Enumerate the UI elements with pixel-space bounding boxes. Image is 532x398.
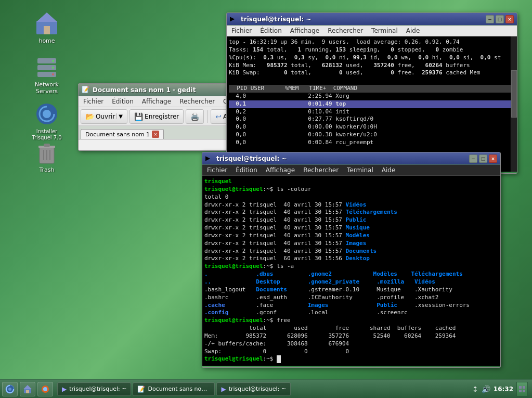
- menu-aide[interactable]: Aide: [405, 27, 422, 35]
- taskbar-apps: ▶ trisquel@trisquel: ~ 📝 Document sans n…: [55, 382, 468, 396]
- menu-aide[interactable]: Aide: [380, 166, 397, 174]
- svg-rect-13: [44, 144, 50, 147]
- menu-rechercher[interactable]: Rechercher: [178, 97, 216, 106]
- home-icon[interactable]: home: [26, 10, 68, 44]
- term-line: trisquel@trisquel:~$ ls -a: [204, 263, 498, 271]
- term-line: drwxr-xr-x 2 trisquel 40 avril 30 15:57 …: [204, 209, 498, 216]
- taskbar: ▶ trisquel@trisquel: ~ 📝 Document sans n…: [0, 379, 532, 398]
- trash-icon[interactable]: Trash: [26, 139, 68, 173]
- menu-affichage[interactable]: Affichage: [140, 97, 173, 106]
- bottom-terminal-content: trisquel trisquel@trisquel:~$ ls -colour…: [202, 176, 500, 366]
- term-line: total used free shared buffers cached: [204, 325, 498, 332]
- save-button[interactable]: 💾 Enregistrer: [129, 109, 184, 124]
- term-line: .bashrc .esd_auth .ICEauthority .profile…: [204, 294, 498, 302]
- term-line: drwxr-xr-x 2 trisquel 40 avril 30 15:57 …: [204, 224, 498, 232]
- tab-close-button[interactable]: ×: [152, 131, 159, 138]
- open-button[interactable]: 📂 Ouvrir ▼: [81, 109, 127, 124]
- taskbar-left: [0, 382, 55, 396]
- menu-affichage[interactable]: Affichage: [264, 166, 296, 174]
- term-line: [229, 77, 515, 85]
- close-button[interactable]: ×: [505, 15, 514, 23]
- menu-terminal[interactable]: Terminal: [345, 166, 375, 174]
- menu-affichage[interactable]: Affichage: [289, 27, 321, 35]
- term-line: PID USER %MEM TIME+ COMMAND: [229, 85, 515, 93]
- taskbar-right: ↕ 🔊 16:32: [468, 382, 532, 396]
- term-line: .config .gconf .local .screenrc: [204, 309, 498, 317]
- network-servers-icon[interactable]: Network Servers: [26, 54, 68, 95]
- bottom-terminal-titlebar[interactable]: ▶ trisquel@trisquel: ~ − □ ×: [202, 152, 500, 165]
- term-line: Mem: 985372 628096 357276 52540 60264 25…: [204, 332, 498, 340]
- term-line: Tasks: 154 total, 1 running, 153 sleepin…: [229, 46, 515, 54]
- menu-fichier[interactable]: Fichier: [205, 166, 229, 174]
- svg-marker-1: [36, 12, 57, 22]
- term-line: trisquel@trisquel:~$ ls -colour: [204, 186, 498, 194]
- term-line: trisquel@trisquel:~$ free: [204, 317, 498, 325]
- svg-rect-27: [523, 390, 525, 392]
- top-terminal-content: top - 16:32:19 up 36 min, 9 users, load …: [227, 36, 517, 172]
- svg-marker-20: [23, 385, 32, 389]
- maximize-button[interactable]: □: [496, 15, 504, 23]
- taskbar-browser-button[interactable]: [37, 382, 53, 396]
- document-tab[interactable]: Document sans nom 1 ×: [81, 129, 164, 139]
- svg-point-18: [8, 388, 11, 391]
- bottom-terminal-menubar: Fichier Édition Affichage Rechercher Ter…: [202, 165, 500, 176]
- top-terminal-titlebar[interactable]: ▶ trisquel@trisquel: ~ − □ ×: [227, 13, 517, 25]
- menu-rechercher[interactable]: Rechercher: [326, 27, 365, 35]
- term-line: 0,1 0:01.49 top: [229, 100, 515, 108]
- svg-rect-2: [44, 26, 50, 34]
- term-line: drwxr-xr-x 2 trisquel 40 avril 30 15:57 …: [204, 232, 498, 240]
- term-line: 0,2 0:10.04 init: [229, 108, 515, 116]
- svg-point-23: [43, 387, 47, 391]
- menu-terminal[interactable]: Terminal: [370, 27, 399, 35]
- terminal-menubar: Fichier Édition Affichage Rechercher Ter…: [227, 25, 517, 36]
- start-button[interactable]: [2, 382, 18, 396]
- term-line: total 0: [204, 194, 498, 201]
- term-line: trisquel@trisquel:~$: [204, 355, 498, 363]
- session-button[interactable]: [516, 382, 528, 396]
- network-tray-icon[interactable]: ↕: [472, 385, 478, 393]
- term-line: .. Desktop .gnome2_private .mozilla Vidé…: [204, 278, 498, 286]
- term-line: drwxr-xr-x 2 trisquel 40 avril 30 15:57 …: [204, 216, 498, 224]
- taskbar-app-terminal1[interactable]: ▶ trisquel@trisquel: ~: [57, 382, 131, 396]
- term-line: trisquel: [204, 178, 498, 186]
- menu-edition[interactable]: Édition: [258, 27, 283, 35]
- gedit-icon: 📝: [82, 86, 90, 94]
- menu-edition[interactable]: Édition: [110, 97, 135, 106]
- menu-rechercher[interactable]: Rechercher: [302, 166, 340, 174]
- term-line: KiB Swap: 0 total, 0 used, 0 free. 25937…: [229, 69, 515, 77]
- volume-tray-icon[interactable]: 🔊: [482, 385, 490, 393]
- minimize-button[interactable]: −: [469, 155, 477, 163]
- svg-point-10: [43, 110, 51, 118]
- term-line: drwxr-xr-x 2 trisquel 60 avril 30 15:56 …: [204, 255, 498, 263]
- taskbar-home-button[interactable]: [20, 382, 35, 396]
- term-line: drwxr-xr-x 2 trisquel 40 avril 30 15:57 …: [204, 201, 498, 209]
- term-line: Swap: 0 0 0: [204, 348, 498, 356]
- top-terminal-window: ▶ trisquel@trisquel: ~ − □ × Fichier Édi…: [226, 12, 517, 174]
- svg-point-8: [52, 73, 54, 75]
- svg-rect-26: [519, 390, 522, 392]
- term-line: drwxr-xr-x 2 trisquel 40 avril 30 15:57 …: [204, 240, 498, 248]
- menu-fichier[interactable]: Fichier: [82, 97, 105, 106]
- svg-rect-24: [519, 386, 522, 389]
- term-line: 0,0 0:00.00 kworker/0:0H: [229, 123, 515, 131]
- installer-icon[interactable]: Installer Trisquel 7.0: [26, 101, 68, 141]
- menu-fichier[interactable]: Fichier: [230, 27, 253, 35]
- close-button[interactable]: ×: [489, 155, 497, 163]
- terminal-icon: ▶: [205, 155, 214, 163]
- term-line: %Cpu(s): 0,3 us, 0,3 sy, 0,0 ni, 99,3 id…: [229, 54, 515, 62]
- term-line: -/+ buffers/cache: 308468 676904: [204, 340, 498, 348]
- print-button[interactable]: 🖨️: [186, 109, 204, 124]
- term-line: 0,0 0:00.84 rcu_preempt: [229, 139, 515, 147]
- minimize-button[interactable]: −: [486, 15, 494, 23]
- menu-edition[interactable]: Édition: [234, 166, 259, 174]
- maximize-button[interactable]: □: [479, 155, 487, 163]
- clock: 16:32: [494, 386, 513, 393]
- term-line: .bash_logout Documents .gstreamer-0.10 M…: [204, 286, 498, 294]
- svg-point-7: [52, 67, 54, 69]
- term-line: KiB Mem: 985372 total, 628132 used, 3572…: [229, 62, 515, 70]
- svg-rect-25: [523, 386, 525, 389]
- taskbar-app-terminal2[interactable]: ▶ trisquel@trisquel: ~: [216, 382, 290, 396]
- svg-rect-21: [26, 390, 29, 393]
- taskbar-app-gedit[interactable]: 📝 Document sans nom ...: [133, 382, 215, 396]
- term-line: 0,0 0:00.38 kworker/u2:0: [229, 131, 515, 139]
